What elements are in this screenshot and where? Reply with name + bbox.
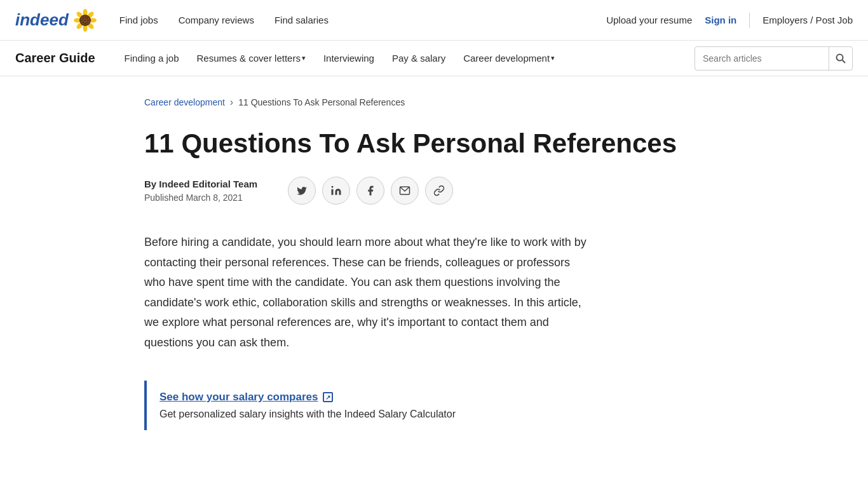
svg-point-16 <box>81 20 83 21</box>
top-nav-right: Upload your resume Sign in Employers / P… <box>606 13 853 28</box>
breadcrumb-separator: › <box>230 97 233 108</box>
top-nav-links: Find jobs Company reviews Find salaries <box>119 15 606 25</box>
linkedin-share-button[interactable] <box>322 177 350 205</box>
salary-callout-description: Get personalized salary insights with th… <box>159 409 576 420</box>
svg-point-21 <box>332 186 334 188</box>
salary-callout-link[interactable]: See how your salary compares <box>159 391 318 403</box>
search-area <box>695 46 853 71</box>
breadcrumb-current: 11 Questions To Ask Personal References <box>238 97 405 107</box>
logo-text: indeed <box>15 10 69 30</box>
find-salaries-link[interactable]: Find salaries <box>275 15 329 25</box>
external-link-icon: ↗ <box>323 392 333 402</box>
article-title: 11 Questions To Ask Personal References <box>144 128 716 159</box>
svg-point-18 <box>85 20 86 21</box>
pay-salary-link[interactable]: Pay & salary <box>383 41 454 76</box>
svg-point-19 <box>837 54 843 60</box>
breadcrumb-parent-link[interactable]: Career development <box>144 97 225 107</box>
breadcrumb: Career development › 11 Questions To Ask… <box>144 97 724 108</box>
svg-point-10 <box>85 17 86 18</box>
interviewing-link[interactable]: Interviewing <box>315 41 383 76</box>
article-body: Before hiring a candidate, you should le… <box>144 233 589 353</box>
email-icon <box>399 185 410 196</box>
secondary-nav-links: Finding a job Resumes & cover letters▾ I… <box>116 41 695 76</box>
salary-callout-link-row: See how your salary compares ↗ <box>159 391 576 403</box>
company-reviews-link[interactable]: Company reviews <box>179 15 254 25</box>
employers-link[interactable]: Employers / Post Job <box>763 15 853 25</box>
svg-point-15 <box>83 22 84 23</box>
copy-link-share-button[interactable] <box>425 177 453 205</box>
svg-point-17 <box>83 17 84 18</box>
svg-line-20 <box>843 60 846 63</box>
link-icon <box>433 185 445 196</box>
salary-callout: See how your salary compares ↗ Get perso… <box>144 381 589 430</box>
share-buttons <box>288 177 453 205</box>
resumes-dropdown-icon: ▾ <box>302 54 306 62</box>
twitter-icon <box>296 185 308 196</box>
indeed-logo[interactable]: indeed <box>15 9 97 32</box>
career-dev-dropdown-icon: ▾ <box>551 54 555 62</box>
linkedin-icon <box>330 185 342 196</box>
svg-point-13 <box>86 22 88 23</box>
search-icon <box>836 53 846 64</box>
author-info: By Indeed Editorial Team Published March… <box>144 179 257 203</box>
finding-a-job-link[interactable]: Finding a job <box>116 41 188 76</box>
top-nav: indeed <box>0 0 868 41</box>
sunflower-icon <box>74 9 97 32</box>
facebook-share-button[interactable] <box>356 177 384 205</box>
author-name: By Indeed Editorial Team <box>144 179 257 189</box>
twitter-share-button[interactable] <box>288 177 316 205</box>
sign-in-link[interactable]: Sign in <box>705 15 736 25</box>
secondary-nav: Career Guide Finding a job Resumes & cov… <box>0 41 868 76</box>
svg-point-14 <box>85 23 86 24</box>
author-share-row: By Indeed Editorial Team Published March… <box>144 177 724 205</box>
find-jobs-link[interactable]: Find jobs <box>119 15 158 25</box>
career-development-link[interactable]: Career development▾ <box>454 41 564 76</box>
svg-point-11 <box>86 17 88 18</box>
main-content: Career development › 11 Questions To Ask… <box>129 76 739 468</box>
email-share-button[interactable] <box>391 177 419 205</box>
resumes-cover-letters-link[interactable]: Resumes & cover letters▾ <box>188 41 315 76</box>
career-guide-title: Career Guide <box>15 51 95 65</box>
facebook-icon <box>365 185 376 196</box>
published-date: Published March 8, 2021 <box>144 193 257 203</box>
search-button[interactable] <box>829 46 852 71</box>
search-input[interactable] <box>695 53 829 64</box>
nav-divider <box>749 13 750 28</box>
upload-resume-link[interactable]: Upload your resume <box>606 15 692 25</box>
svg-point-12 <box>87 20 88 21</box>
